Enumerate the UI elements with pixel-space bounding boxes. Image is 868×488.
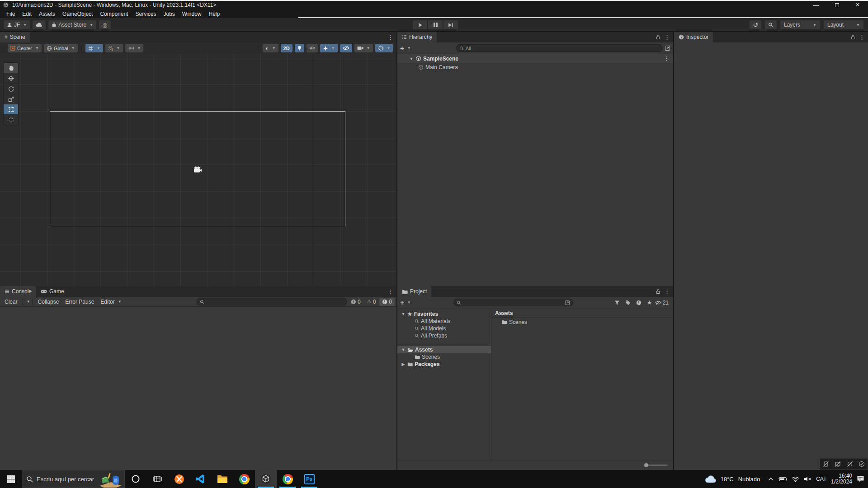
- menu-component[interactable]: Component: [96, 10, 132, 18]
- menu-services[interactable]: Services: [132, 10, 160, 18]
- import-log-icon[interactable]: [633, 300, 644, 305]
- hierarchy-item-main-camera[interactable]: Main Camera: [397, 63, 673, 71]
- project-menu-kebab-icon[interactable]: ⋮: [664, 288, 670, 295]
- saved-search-star-icon[interactable]: ★: [644, 300, 655, 305]
- disabled-display-icon[interactable]: [835, 461, 841, 467]
- scene-camera-gizmo-icon[interactable]: [193, 166, 202, 173]
- console-search[interactable]: [197, 298, 347, 305]
- rotate-tool[interactable]: [4, 84, 18, 94]
- transform-tool[interactable]: [4, 115, 18, 125]
- undo-history-button[interactable]: ↺: [750, 20, 761, 29]
- tab-console[interactable]: Console: [0, 286, 36, 297]
- search-by-type-icon[interactable]: [612, 300, 623, 305]
- pause-button[interactable]: [428, 20, 443, 29]
- step-button[interactable]: [443, 20, 458, 29]
- hierarchy-search[interactable]: [456, 44, 663, 52]
- 2d-mode-toggle[interactable]: 2D: [281, 44, 292, 52]
- clock[interactable]: 16:40 1/2/2024: [831, 473, 852, 485]
- app-unity-active[interactable]: [255, 470, 277, 488]
- menu-file[interactable]: File: [3, 10, 19, 18]
- scale-tool[interactable]: [4, 94, 18, 104]
- console-search-input[interactable]: [206, 299, 344, 305]
- tab-inspector[interactable]: Inspector: [674, 32, 713, 42]
- gizmos-dropdown[interactable]: ▼: [375, 44, 393, 52]
- favorite-all-models[interactable]: All Models: [397, 325, 491, 332]
- favorite-all-prefabs[interactable]: All Prefabs: [397, 332, 491, 339]
- grid-visibility-button[interactable]: ▼: [85, 44, 103, 52]
- scenes-folder-row[interactable]: Scenes: [397, 353, 491, 361]
- disabled-touch-icon[interactable]: [823, 461, 829, 467]
- clear-options-caret-icon[interactable]: ▼: [27, 300, 30, 304]
- thumbnail-zoom-slider[interactable]: [644, 465, 668, 466]
- scene-row-kebab-icon[interactable]: ⋮: [664, 55, 670, 62]
- play-button[interactable]: [413, 20, 427, 29]
- hierarchy-menu-kebab-icon[interactable]: ⋮: [664, 34, 670, 41]
- menu-window[interactable]: Window: [179, 10, 205, 18]
- pivot-mode-dropdown[interactable]: Center ▼: [8, 44, 42, 52]
- wifi-icon[interactable]: [792, 476, 799, 482]
- info-messages-toggle[interactable]: 0: [348, 298, 363, 306]
- warning-messages-toggle[interactable]: ⚠ 0: [364, 298, 379, 306]
- error-messages-toggle[interactable]: 0: [379, 298, 395, 306]
- show-hidden-icons-chevron[interactable]: [768, 477, 774, 481]
- orientation-dropdown[interactable]: Global ▼: [44, 44, 78, 52]
- view-hand-tool[interactable]: [4, 63, 18, 73]
- hierarchy-search-input[interactable]: [466, 46, 660, 51]
- editor-dropdown[interactable]: Editor ▼: [98, 297, 124, 306]
- maximize-button[interactable]: [826, 0, 847, 10]
- hidden-objects-toggle[interactable]: [340, 44, 352, 52]
- favorite-all-materials[interactable]: All Materials: [397, 318, 491, 325]
- foldout-triangle-icon[interactable]: ▼: [401, 347, 406, 352]
- menu-assets[interactable]: Assets: [35, 10, 59, 18]
- rect-tool[interactable]: [4, 104, 18, 115]
- chevron-down-icon[interactable]: ▼: [407, 46, 411, 50]
- foldout-triangle-icon[interactable]: ▼: [409, 56, 414, 61]
- console-log-area[interactable]: [0, 307, 396, 470]
- lock-open-icon[interactable]: [850, 34, 855, 40]
- check-circle-icon[interactable]: [859, 461, 865, 467]
- snap-settings-button[interactable]: ▼: [105, 44, 123, 52]
- app-xampp[interactable]: [168, 470, 190, 488]
- battery-charging-icon[interactable]: [778, 477, 787, 482]
- menu-gameobject[interactable]: GameObject: [59, 10, 96, 18]
- scene-effects-toggle[interactable]: ▼: [320, 44, 338, 52]
- layers-dropdown[interactable]: Layers ▼: [780, 20, 820, 29]
- menu-jobs[interactable]: Jobs: [160, 10, 178, 18]
- task-view-button[interactable]: [146, 470, 168, 488]
- minimize-button[interactable]: —: [806, 0, 826, 10]
- hidden-items-toggle[interactable]: 21: [655, 300, 670, 306]
- expand-search-icon[interactable]: [565, 300, 570, 305]
- tab-project[interactable]: Project: [397, 286, 431, 297]
- favorites-group[interactable]: ▼ ★ Favorites: [397, 310, 491, 318]
- file-item-scenes[interactable]: Scenes: [491, 318, 673, 326]
- close-button[interactable]: ×: [847, 0, 868, 10]
- tab-scene[interactable]: # Scene: [0, 32, 30, 42]
- app-chrome[interactable]: [233, 470, 255, 488]
- menu-help[interactable]: Help: [205, 10, 224, 18]
- lock-open-icon[interactable]: [656, 289, 660, 294]
- inspector-menu-kebab-icon[interactable]: ⋮: [859, 34, 865, 41]
- assets-folder-row[interactable]: ▼ Assets: [397, 346, 491, 353]
- account-dropdown[interactable]: JF ▼: [4, 20, 30, 29]
- notification-center-icon[interactable]: [857, 475, 864, 483]
- chevron-down-icon[interactable]: ▼: [407, 300, 411, 305]
- lock-open-icon[interactable]: [656, 34, 660, 40]
- expand-search-icon[interactable]: [665, 45, 670, 51]
- hierarchy-item-scene[interactable]: ▼ SampleScene ⋮: [397, 54, 673, 63]
- disabled-sync-icon[interactable]: [847, 461, 853, 467]
- weather-condition[interactable]: Nublado: [738, 476, 760, 483]
- project-search[interactable]: [453, 299, 573, 306]
- app-photoshop[interactable]: Ps: [298, 470, 320, 488]
- tab-game[interactable]: Game: [36, 286, 69, 297]
- cortana-button[interactable]: [125, 470, 146, 488]
- project-search-input[interactable]: [463, 300, 563, 305]
- create-asset-button[interactable]: +: [400, 299, 404, 306]
- tab-hierarchy[interactable]: Hierarchy: [397, 32, 437, 42]
- weather-temperature[interactable]: 18°C: [721, 476, 734, 483]
- collapse-button[interactable]: Collapse: [35, 297, 62, 306]
- scene-lighting-toggle[interactable]: [295, 44, 304, 52]
- foldout-triangle-icon[interactable]: ▶: [401, 362, 406, 366]
- clear-button[interactable]: Clear: [2, 297, 20, 306]
- cloud-services-button[interactable]: [33, 20, 46, 29]
- app-file-explorer[interactable]: [212, 470, 233, 488]
